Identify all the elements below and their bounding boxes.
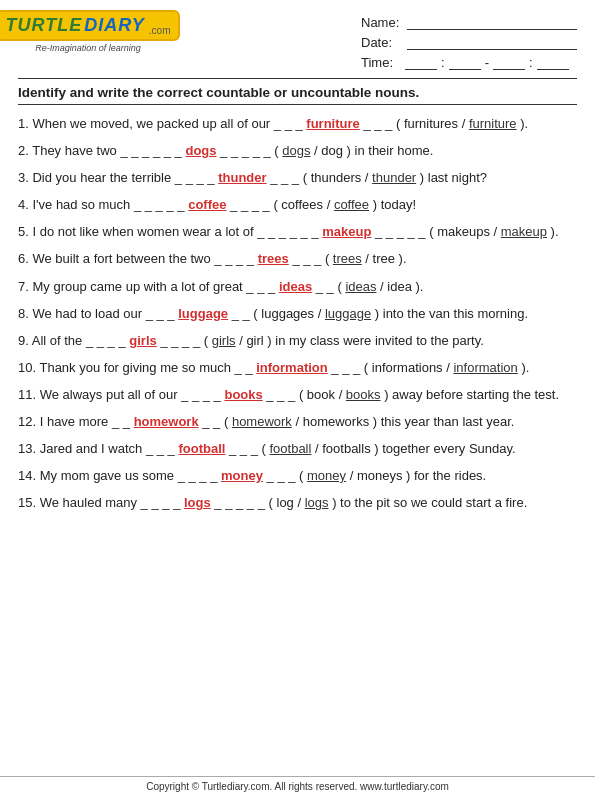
answer-text: luggage bbox=[178, 306, 228, 321]
q-number: 3. bbox=[18, 170, 29, 185]
question-item: 15. We hauled many _ _ _ _ logs _ _ _ _ … bbox=[18, 492, 577, 514]
q-number: 12. bbox=[18, 414, 36, 429]
header: TURTLE DIARY .com Re-Imagination of lear… bbox=[18, 10, 577, 70]
q-number: 11. bbox=[18, 387, 36, 402]
q-number: 4. bbox=[18, 197, 29, 212]
time-input-4[interactable] bbox=[537, 54, 569, 70]
answer-text: ideas bbox=[279, 279, 312, 294]
answer-text: books bbox=[224, 387, 262, 402]
question-item: 3. Did you hear the terrible _ _ _ _ thu… bbox=[18, 167, 577, 189]
time-input-1[interactable] bbox=[405, 54, 437, 70]
q-number: 5. bbox=[18, 224, 29, 239]
q-number: 9. bbox=[18, 333, 29, 348]
q-number: 13. bbox=[18, 441, 36, 456]
q-number: 14. bbox=[18, 468, 36, 483]
logo-tagline: Re-Imagination of learning bbox=[35, 43, 141, 53]
q-number: 7. bbox=[18, 279, 29, 294]
question-item: 13. Jared and I watch _ _ _ football _ _… bbox=[18, 438, 577, 460]
name-fields: Name: Date: Time: : - : bbox=[361, 10, 577, 70]
q-number: 10. bbox=[18, 360, 36, 375]
time-label: Time: bbox=[361, 55, 401, 70]
logo-diary: DIARY bbox=[84, 15, 145, 36]
question-item: 9. All of the _ _ _ _ girls _ _ _ _ ( gi… bbox=[18, 330, 577, 352]
answer-text: money bbox=[221, 468, 263, 483]
answer-text: dogs bbox=[185, 143, 216, 158]
question-item: 8. We had to load our _ _ _ luggage _ _ … bbox=[18, 303, 577, 325]
logo-area: TURTLE DIARY .com Re-Imagination of lear… bbox=[18, 10, 158, 53]
question-item: 6. We built a fort between the two _ _ _… bbox=[18, 248, 577, 270]
answer-text: coffee bbox=[188, 197, 226, 212]
answer-text: logs bbox=[184, 495, 211, 510]
question-item: 11. We always put all of our _ _ _ _ boo… bbox=[18, 384, 577, 406]
questions-list: 1. When we moved, we packed up all of ou… bbox=[18, 113, 577, 514]
logo-com: .com bbox=[149, 25, 171, 36]
answer-text: trees bbox=[258, 251, 289, 266]
question-item: 10. Thank you for giving me so much _ _ … bbox=[18, 357, 577, 379]
question-item: 4. I've had so much _ _ _ _ _ coffee _ _… bbox=[18, 194, 577, 216]
page: TURTLE DIARY .com Re-Imagination of lear… bbox=[0, 0, 595, 800]
logo-turtle: TURTLE bbox=[5, 15, 82, 36]
q-number: 15. bbox=[18, 495, 36, 510]
answer-text: makeup bbox=[322, 224, 371, 239]
answer-text: information bbox=[256, 360, 328, 375]
divider-top bbox=[18, 78, 577, 79]
date-label: Date: bbox=[361, 35, 401, 50]
answer-text: thunder bbox=[218, 170, 266, 185]
q-number: 2. bbox=[18, 143, 29, 158]
question-item: 12. I have more _ _ homework _ _ ( homew… bbox=[18, 411, 577, 433]
question-item: 1. When we moved, we packed up all of ou… bbox=[18, 113, 577, 135]
answer-text: girls bbox=[129, 333, 156, 348]
answer-text: football bbox=[178, 441, 225, 456]
date-input[interactable] bbox=[407, 34, 577, 50]
time-row: Time: : - : bbox=[361, 54, 577, 70]
question-item: 14. My mom gave us some _ _ _ _ money _ … bbox=[18, 465, 577, 487]
logo-box: TURTLE DIARY .com bbox=[0, 10, 180, 41]
question-item: 2. They have two _ _ _ _ _ _ dogs _ _ _ … bbox=[18, 140, 577, 162]
date-row: Date: bbox=[361, 34, 577, 50]
name-label: Name: bbox=[361, 15, 401, 30]
answer-text: furniture bbox=[306, 116, 359, 131]
time-input-2[interactable] bbox=[449, 54, 481, 70]
q-number: 1. bbox=[18, 116, 29, 131]
question-item: 7. My group came up with a lot of great … bbox=[18, 276, 577, 298]
answer-text: homework bbox=[134, 414, 199, 429]
name-input[interactable] bbox=[407, 14, 577, 30]
time-input-3[interactable] bbox=[493, 54, 525, 70]
name-row: Name: bbox=[361, 14, 577, 30]
instructions: Identify and write the correct countable… bbox=[18, 85, 577, 105]
footer: Copyright © Turtlediary.com. All rights … bbox=[0, 776, 595, 792]
q-number: 6. bbox=[18, 251, 29, 266]
question-item: 5. I do not like when women wear a lot o… bbox=[18, 221, 577, 243]
q-number: 8. bbox=[18, 306, 29, 321]
